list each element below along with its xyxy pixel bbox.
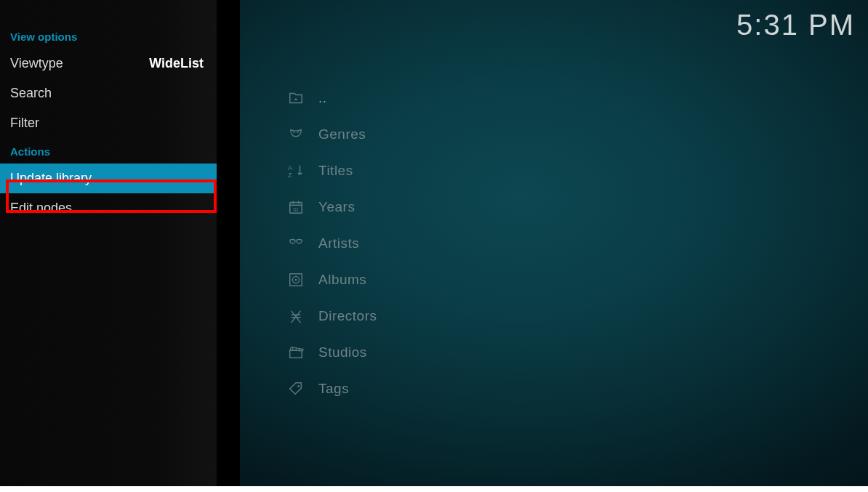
- tag-icon: [286, 379, 305, 398]
- svg-text:A: A: [288, 164, 293, 172]
- list-item-directors[interactable]: Directors: [286, 298, 723, 334]
- viewtype-label: Viewtype: [10, 56, 63, 71]
- list-item-label: Genres: [318, 126, 366, 142]
- folder-up-icon: [286, 89, 305, 108]
- list-item-label: Years: [318, 199, 355, 215]
- calendar-icon: 31: [286, 198, 305, 217]
- filter-row[interactable]: Filter: [0, 108, 217, 138]
- actions-header: Actions: [0, 145, 217, 164]
- options-sidebar: View options Viewtype WideList Search Fi…: [0, 0, 217, 486]
- list-item-years[interactable]: 31 Years: [286, 189, 723, 225]
- clapperboard-icon: [286, 343, 305, 362]
- update-library-label: Update library: [10, 171, 92, 186]
- filter-label: Filter: [10, 116, 39, 131]
- list-item-label: Albums: [318, 272, 366, 288]
- viewtype-value: WideList: [149, 56, 204, 71]
- svg-point-10: [297, 385, 300, 387]
- list-item-titles[interactable]: AZ Titles: [286, 153, 723, 189]
- edit-nodes-row[interactable]: Edit nodes: [0, 193, 217, 223]
- list-item-label: ..: [318, 90, 327, 106]
- search-row[interactable]: Search: [0, 78, 217, 108]
- edit-nodes-label: Edit nodes: [10, 201, 72, 216]
- mask-icon: [286, 234, 305, 253]
- viewtype-row[interactable]: Viewtype WideList: [0, 49, 217, 78]
- masks-icon: [286, 125, 305, 144]
- svg-text:31: 31: [293, 206, 299, 213]
- sidebar-shadow: [217, 0, 241, 486]
- list-item-label: Titles: [318, 163, 353, 179]
- list-item-genres[interactable]: Genres: [286, 116, 723, 153]
- svg-text:Z: Z: [288, 172, 292, 179]
- list-item-label: Directors: [318, 308, 377, 324]
- list-item-label: Tags: [318, 381, 349, 397]
- update-library-row[interactable]: Update library: [0, 164, 217, 193]
- disc-icon: [286, 270, 305, 289]
- svg-point-0: [293, 132, 294, 133]
- clock: 5:31 PM: [736, 9, 855, 41]
- list-item-parent[interactable]: ..: [286, 80, 723, 116]
- list-item-studios[interactable]: Studios: [286, 334, 723, 371]
- list-item-label: Artists: [318, 235, 359, 251]
- view-options-header: View options: [0, 31, 217, 49]
- main-content-list: .. Genres AZ Titles 31 Years Artists: [286, 80, 723, 407]
- list-item-tags[interactable]: Tags: [286, 371, 723, 407]
- search-label: Search: [10, 86, 52, 101]
- svg-point-8: [295, 279, 297, 281]
- sort-az-icon: AZ: [286, 161, 305, 180]
- list-item-artists[interactable]: Artists: [286, 225, 723, 262]
- bottom-border: [0, 486, 868, 492]
- list-item-albums[interactable]: Albums: [286, 262, 723, 298]
- svg-point-1: [297, 132, 299, 133]
- director-chair-icon: [286, 307, 305, 326]
- list-item-label: Studios: [318, 344, 367, 360]
